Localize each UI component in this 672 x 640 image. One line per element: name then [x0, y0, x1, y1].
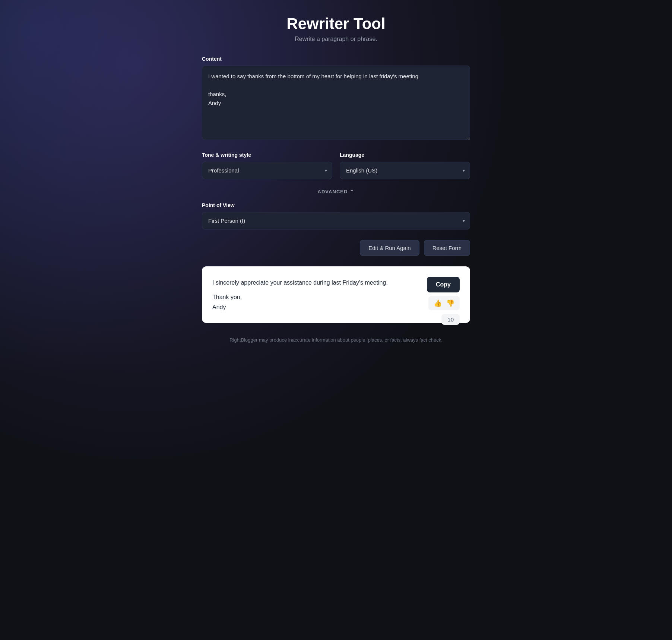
page-wrapper: Rewriter Tool Rewrite a paragraph or phr… — [202, 15, 470, 343]
copy-button[interactable]: Copy — [427, 277, 460, 292]
advanced-toggle-button[interactable]: ADVANCED ⌃ — [317, 189, 354, 194]
result-signature: Thank you, Andy — [212, 292, 460, 312]
result-signature-line2: Andy — [212, 302, 460, 312]
pov-label: Point of View — [202, 202, 470, 208]
pov-select-wrapper: First Person (I) Second Person (You) Thi… — [202, 212, 470, 229]
language-select-wrapper: English (US) English (UK) Spanish French… — [340, 162, 470, 179]
page-title: Rewriter Tool — [286, 15, 385, 33]
chevron-up-icon: ⌃ — [350, 189, 354, 194]
advanced-toggle-label: ADVANCED — [317, 189, 348, 194]
content-field-wrapper: Content I wanted to say thanks from the … — [202, 56, 470, 142]
language-field-group: Language English (US) English (UK) Spani… — [340, 152, 470, 179]
advanced-toggle-wrapper: ADVANCED ⌃ — [202, 188, 470, 195]
result-signature-line1: Thank you, — [212, 292, 460, 302]
thumbs-down-button[interactable]: 👎 — [445, 298, 456, 308]
result-card: I sincerely appreciate your assistance d… — [202, 266, 470, 323]
point-of-view-section: Point of View First Person (I) Second Pe… — [202, 202, 470, 229]
thumbs-up-button[interactable]: 👍 — [432, 298, 443, 308]
content-label: Content — [202, 56, 470, 62]
reset-form-button[interactable]: Reset Form — [424, 240, 470, 256]
result-actions: Copy 👍 👎 10 — [427, 277, 460, 325]
form-section: Content I wanted to say thanks from the … — [202, 56, 470, 333]
tone-field-group: Tone & writing style Professional Casual… — [202, 152, 332, 179]
tone-select[interactable]: Professional Casual Formal Friendly Pers… — [202, 162, 332, 179]
tone-select-wrapper: Professional Casual Formal Friendly Pers… — [202, 162, 332, 179]
tone-label: Tone & writing style — [202, 152, 332, 158]
result-text: I sincerely appreciate your assistance d… — [212, 278, 460, 288]
language-select[interactable]: English (US) English (UK) Spanish French… — [340, 162, 470, 179]
thumbs-down-icon: 👎 — [446, 299, 454, 307]
content-textarea[interactable]: I wanted to say thanks from the bottom o… — [202, 66, 470, 140]
thumbs-up-icon: 👍 — [434, 299, 442, 307]
score-badge: 10 — [441, 314, 460, 325]
feedback-row: 👍 👎 — [428, 296, 460, 310]
pov-select[interactable]: First Person (I) Second Person (You) Thi… — [202, 212, 470, 229]
language-label: Language — [340, 152, 470, 158]
page-subtitle: Rewrite a paragraph or phrase. — [295, 36, 377, 42]
edit-run-button[interactable]: Edit & Run Again — [360, 240, 419, 256]
tone-language-row: Tone & writing style Professional Casual… — [202, 152, 470, 179]
action-buttons-row: Edit & Run Again Reset Form — [202, 240, 470, 256]
footer-disclaimer: RightBlogger may produce inaccurate info… — [229, 333, 443, 343]
